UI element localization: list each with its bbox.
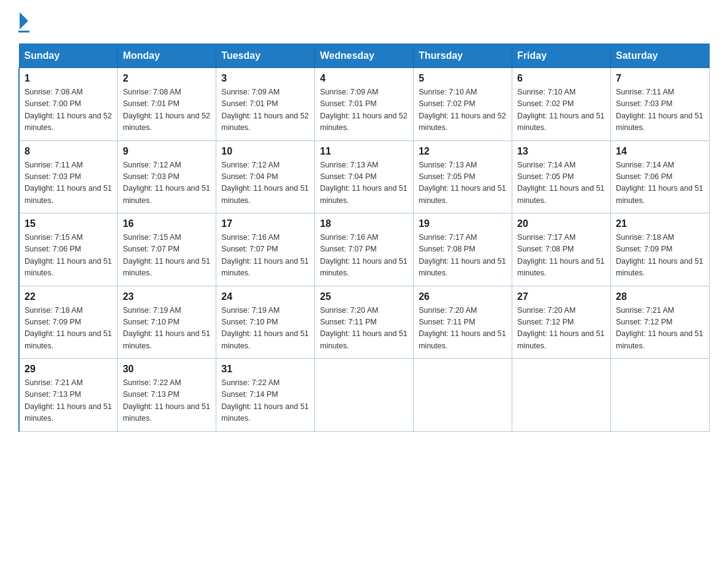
calendar-week-row: 8 Sunrise: 7:11 AMSunset: 7:03 PMDayligh… xyxy=(19,140,710,213)
calendar-day-header: Thursday xyxy=(414,44,512,68)
day-number: 21 xyxy=(616,218,704,229)
day-number: 4 xyxy=(320,73,408,84)
calendar-day-cell: 26 Sunrise: 7:20 AMSunset: 7:11 PMDaylig… xyxy=(414,286,512,359)
day-number: 27 xyxy=(517,291,605,302)
day-number: 26 xyxy=(419,291,507,302)
day-number: 13 xyxy=(517,146,605,157)
day-info: Sunrise: 7:17 AMSunset: 7:08 PMDaylight:… xyxy=(517,232,605,280)
calendar-day-header: Friday xyxy=(512,44,611,68)
calendar-header-row: SundayMondayTuesdayWednesdayThursdayFrid… xyxy=(19,44,710,68)
calendar-day-cell: 15 Sunrise: 7:15 AMSunset: 7:06 PMDaylig… xyxy=(19,213,118,286)
calendar-day-cell: 30 Sunrise: 7:22 AMSunset: 7:13 PMDaylig… xyxy=(118,359,216,432)
day-number: 23 xyxy=(123,291,211,302)
day-number: 3 xyxy=(221,73,309,84)
day-info: Sunrise: 7:19 AMSunset: 7:10 PMDaylight:… xyxy=(123,305,211,353)
day-info: Sunrise: 7:11 AMSunset: 7:03 PMDaylight:… xyxy=(25,159,112,207)
calendar-week-row: 22 Sunrise: 7:18 AMSunset: 7:09 PMDaylig… xyxy=(19,286,710,359)
calendar-week-row: 29 Sunrise: 7:21 AMSunset: 7:13 PMDaylig… xyxy=(19,359,710,432)
day-info: Sunrise: 7:20 AMSunset: 7:11 PMDaylight:… xyxy=(419,305,507,353)
calendar-day-header: Saturday xyxy=(611,44,710,68)
calendar-day-cell: 12 Sunrise: 7:13 AMSunset: 7:05 PMDaylig… xyxy=(414,140,512,213)
page-header xyxy=(18,12,710,33)
calendar-day-cell xyxy=(611,359,710,432)
day-info: Sunrise: 7:18 AMSunset: 7:09 PMDaylight:… xyxy=(25,305,112,353)
day-number: 2 xyxy=(123,73,211,84)
day-number: 17 xyxy=(221,218,309,229)
day-number: 10 xyxy=(221,146,309,157)
day-number: 11 xyxy=(320,146,408,157)
day-info: Sunrise: 7:17 AMSunset: 7:08 PMDaylight:… xyxy=(419,232,507,280)
day-info: Sunrise: 7:08 AMSunset: 7:00 PMDaylight:… xyxy=(25,86,112,134)
calendar-day-cell: 18 Sunrise: 7:16 AMSunset: 7:07 PMDaylig… xyxy=(315,213,414,286)
calendar-day-cell: 25 Sunrise: 7:20 AMSunset: 7:11 PMDaylig… xyxy=(315,286,414,359)
calendar-table: SundayMondayTuesdayWednesdayThursdayFrid… xyxy=(18,44,710,432)
day-number: 25 xyxy=(320,291,408,302)
day-info: Sunrise: 7:14 AMSunset: 7:06 PMDaylight:… xyxy=(616,159,704,207)
calendar-day-cell: 16 Sunrise: 7:15 AMSunset: 7:07 PMDaylig… xyxy=(118,213,216,286)
calendar-day-cell: 20 Sunrise: 7:17 AMSunset: 7:08 PMDaylig… xyxy=(512,213,611,286)
calendar-day-cell xyxy=(512,359,611,432)
logo xyxy=(18,12,29,33)
calendar-day-cell: 22 Sunrise: 7:18 AMSunset: 7:09 PMDaylig… xyxy=(19,286,118,359)
calendar-day-cell: 17 Sunrise: 7:16 AMSunset: 7:07 PMDaylig… xyxy=(216,213,315,286)
calendar-day-cell: 7 Sunrise: 7:11 AMSunset: 7:03 PMDayligh… xyxy=(611,68,710,141)
day-number: 22 xyxy=(25,291,112,302)
day-number: 8 xyxy=(25,146,112,157)
day-info: Sunrise: 7:09 AMSunset: 7:01 PMDaylight:… xyxy=(221,86,309,134)
day-info: Sunrise: 7:13 AMSunset: 7:04 PMDaylight:… xyxy=(320,159,408,207)
day-info: Sunrise: 7:20 AMSunset: 7:12 PMDaylight:… xyxy=(517,305,605,353)
day-number: 7 xyxy=(616,73,704,84)
logo-triangle-icon xyxy=(20,12,28,29)
calendar-day-header: Wednesday xyxy=(315,44,414,68)
day-info: Sunrise: 7:16 AMSunset: 7:07 PMDaylight:… xyxy=(320,232,408,280)
day-number: 19 xyxy=(419,218,507,229)
calendar-day-cell: 9 Sunrise: 7:12 AMSunset: 7:03 PMDayligh… xyxy=(118,140,216,213)
day-number: 16 xyxy=(123,218,211,229)
day-info: Sunrise: 7:12 AMSunset: 7:04 PMDaylight:… xyxy=(221,159,309,207)
day-info: Sunrise: 7:21 AMSunset: 7:12 PMDaylight:… xyxy=(616,305,704,353)
calendar-day-cell: 21 Sunrise: 7:18 AMSunset: 7:09 PMDaylig… xyxy=(611,213,710,286)
day-info: Sunrise: 7:08 AMSunset: 7:01 PMDaylight:… xyxy=(123,86,211,134)
calendar-day-header: Sunday xyxy=(19,44,118,68)
calendar-day-cell: 14 Sunrise: 7:14 AMSunset: 7:06 PMDaylig… xyxy=(611,140,710,213)
day-info: Sunrise: 7:09 AMSunset: 7:01 PMDaylight:… xyxy=(320,86,408,134)
day-info: Sunrise: 7:20 AMSunset: 7:11 PMDaylight:… xyxy=(320,305,408,353)
day-info: Sunrise: 7:15 AMSunset: 7:07 PMDaylight:… xyxy=(123,232,211,280)
calendar-day-cell: 3 Sunrise: 7:09 AMSunset: 7:01 PMDayligh… xyxy=(216,68,315,141)
day-info: Sunrise: 7:21 AMSunset: 7:13 PMDaylight:… xyxy=(25,377,112,425)
day-number: 14 xyxy=(616,146,704,157)
calendar-day-cell: 1 Sunrise: 7:08 AMSunset: 7:00 PMDayligh… xyxy=(19,68,118,141)
calendar-day-cell: 5 Sunrise: 7:10 AMSunset: 7:02 PMDayligh… xyxy=(414,68,512,141)
day-number: 30 xyxy=(123,364,211,375)
calendar-day-cell: 6 Sunrise: 7:10 AMSunset: 7:02 PMDayligh… xyxy=(512,68,611,141)
day-info: Sunrise: 7:12 AMSunset: 7:03 PMDaylight:… xyxy=(123,159,211,207)
calendar-day-cell: 19 Sunrise: 7:17 AMSunset: 7:08 PMDaylig… xyxy=(414,213,512,286)
calendar-day-cell xyxy=(315,359,414,432)
day-number: 12 xyxy=(419,146,507,157)
calendar-day-cell: 13 Sunrise: 7:14 AMSunset: 7:05 PMDaylig… xyxy=(512,140,611,213)
day-number: 9 xyxy=(123,146,211,157)
day-info: Sunrise: 7:19 AMSunset: 7:10 PMDaylight:… xyxy=(221,305,309,353)
day-number: 24 xyxy=(221,291,309,302)
day-info: Sunrise: 7:13 AMSunset: 7:05 PMDaylight:… xyxy=(419,159,507,207)
calendar-day-cell: 4 Sunrise: 7:09 AMSunset: 7:01 PMDayligh… xyxy=(315,68,414,141)
calendar-day-cell: 11 Sunrise: 7:13 AMSunset: 7:04 PMDaylig… xyxy=(315,140,414,213)
day-info: Sunrise: 7:10 AMSunset: 7:02 PMDaylight:… xyxy=(419,86,507,134)
day-info: Sunrise: 7:22 AMSunset: 7:14 PMDaylight:… xyxy=(221,377,309,425)
calendar-day-cell: 27 Sunrise: 7:20 AMSunset: 7:12 PMDaylig… xyxy=(512,286,611,359)
calendar-day-cell xyxy=(414,359,512,432)
day-number: 1 xyxy=(25,73,112,84)
logo-underline xyxy=(18,31,29,33)
calendar-day-header: Monday xyxy=(118,44,216,68)
calendar-day-cell: 10 Sunrise: 7:12 AMSunset: 7:04 PMDaylig… xyxy=(216,140,315,213)
day-number: 28 xyxy=(616,291,704,302)
day-info: Sunrise: 7:11 AMSunset: 7:03 PMDaylight:… xyxy=(616,86,704,134)
calendar-day-cell: 31 Sunrise: 7:22 AMSunset: 7:14 PMDaylig… xyxy=(216,359,315,432)
day-info: Sunrise: 7:10 AMSunset: 7:02 PMDaylight:… xyxy=(517,86,605,134)
day-number: 29 xyxy=(25,364,112,375)
day-info: Sunrise: 7:15 AMSunset: 7:06 PMDaylight:… xyxy=(25,232,112,280)
day-info: Sunrise: 7:18 AMSunset: 7:09 PMDaylight:… xyxy=(616,232,704,280)
day-number: 6 xyxy=(517,73,605,84)
calendar-day-cell: 2 Sunrise: 7:08 AMSunset: 7:01 PMDayligh… xyxy=(118,68,216,141)
calendar-day-cell: 8 Sunrise: 7:11 AMSunset: 7:03 PMDayligh… xyxy=(19,140,118,213)
